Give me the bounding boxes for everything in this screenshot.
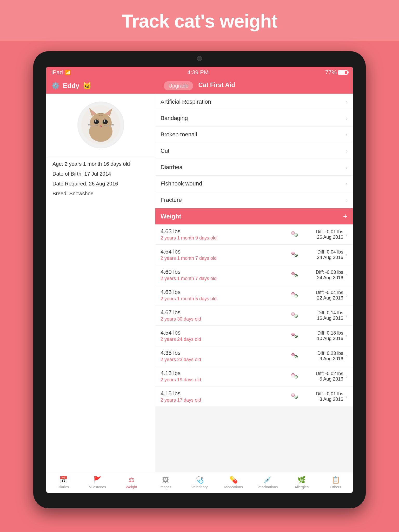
cat-age: Age: 2 years 1 month 16 days old [52, 159, 149, 169]
weight-item[interactable]: 4.67 lbs 2 years 30 days old Diff: 0.14 … [155, 305, 353, 326]
weight-items-container: 4.63 lbs 2 years 1 month 9 days old Diff… [155, 224, 353, 407]
weight-age: 2 years 24 days old [161, 337, 285, 342]
weight-value: 4.35 lbs [161, 350, 285, 356]
diaries-tab-icon: 📅 [59, 476, 68, 484]
weight-value: 4.63 lbs [161, 289, 285, 296]
weight-item-chevron: › [346, 272, 348, 278]
weight-item[interactable]: 4.60 lbs 2 years 1 month 7 days old Diff… [155, 265, 353, 285]
right-column: Artificial Respiration › Bandaging › Bro… [155, 94, 353, 472]
tab-medications[interactable]: 💊 Medcations [217, 472, 251, 493]
tab-veterinary[interactable]: 🩺 Veterinary [182, 472, 216, 493]
medications-tab-icon: 💊 [229, 476, 238, 484]
scale-icon [290, 250, 299, 260]
nav-bar: ⚙️ Eddy 🐱 Upgrade Cat First Aid [46, 78, 353, 94]
weight-age: 2 years 17 days old [161, 397, 285, 403]
upgrade-button[interactable]: Upgrade [164, 81, 193, 90]
weight-age: 2 years 1 month 7 days old [161, 276, 285, 281]
first-aid-item[interactable]: Diarrhea › [155, 159, 353, 176]
tab-milestones[interactable]: 🚩 Milestones [80, 472, 114, 493]
status-bar: iPad 📶 4:39 PM 77% [46, 67, 353, 78]
weight-item[interactable]: 4.13 lbs 2 years 19 days old Diff: -0.02… [155, 366, 353, 387]
status-left: iPad 📶 [51, 69, 71, 76]
tab-weight[interactable]: ⚖ Weight [114, 472, 148, 493]
first-aid-item[interactable]: Fishhook wound › [155, 176, 353, 192]
weight-item[interactable]: 4.15 lbs 2 years 17 days old Diff: -0.01… [155, 387, 353, 407]
add-weight-button[interactable]: + [343, 212, 348, 221]
weight-item-chevron: › [346, 292, 348, 298]
weight-item-right: Diff: -0.03 lbs 24 Aug 2016 [304, 270, 343, 281]
chevron-right-icon: › [346, 181, 348, 187]
svg-point-54 [296, 376, 297, 377]
diaries-tab-label: Diaries [58, 485, 69, 489]
weight-tab-icon: ⚖ [128, 476, 134, 484]
svg-point-22 [292, 253, 294, 254]
cat-breed: Breed: Snowshoe [52, 189, 149, 198]
weight-item-left: 4.67 lbs 2 years 30 days old [161, 309, 285, 322]
first-aid-item-text: Broken toenail [161, 131, 197, 138]
weight-item[interactable]: 4.35 lbs 2 years 23 days old Diff: 0.23 … [155, 346, 353, 366]
svg-point-32 [292, 293, 294, 294]
device-name: iPad [51, 69, 63, 76]
weight-item[interactable]: 4.63 lbs 2 years 1 month 5 days old Diff… [155, 285, 353, 305]
svg-point-59 [296, 397, 297, 398]
first-aid-item[interactable]: Cut › [155, 143, 353, 159]
gear-icon[interactable]: ⚙️ [51, 82, 60, 90]
weight-item-chevron: › [346, 394, 348, 400]
weight-item-right: Diff: 0.23 lbs 9 Aug 2016 [304, 351, 343, 362]
cat-image-svg [80, 104, 122, 146]
weight-diff: Diff: -0.01 lbs [304, 229, 343, 235]
first-aid-item-text: Cut [161, 148, 169, 154]
weight-item[interactable]: 4.54 lbs 2 years 24 days old Diff: 0.18 … [155, 326, 353, 346]
first-aid-item-text: Diarrhea [161, 164, 182, 171]
weight-date: 9 Aug 2016 [304, 356, 343, 362]
weight-age: 2 years 30 days old [161, 316, 285, 322]
weight-item-right: Diff: -0.01 lbs 26 Aug 2016 [304, 229, 343, 240]
tab-allergies[interactable]: 🌿 Allergies [285, 472, 319, 493]
svg-point-52 [292, 374, 294, 375]
weight-value: 4.64 lbs [161, 248, 285, 255]
weight-diff: Diff: -0.01 lbs [304, 391, 343, 397]
weight-item-right: Diff: 0.14 lbs 16 Aug 2016 [304, 310, 343, 321]
tab-vaccinations[interactable]: 💉 Vaccinations [251, 472, 285, 493]
scale-icon [290, 291, 299, 300]
weight-value: 4.63 lbs [161, 228, 285, 235]
tab-diaries[interactable]: 📅 Diaries [46, 472, 80, 493]
cat-dob: Date of Birth: 17 Jul 2014 [52, 169, 149, 179]
first-aid-item-text: Fracture [161, 197, 182, 203]
weight-value: 4.15 lbs [161, 390, 285, 397]
weight-section: Weight + 4.63 lbs 2 years 1 month 9 days… [155, 208, 353, 472]
first-aid-item[interactable]: Fracture › [155, 192, 353, 208]
first-aid-item[interactable]: Bandaging › [155, 110, 353, 127]
tab-others[interactable]: 📋 Others [319, 472, 353, 493]
weight-item-left: 4.63 lbs 2 years 1 month 5 days old [161, 289, 285, 302]
chevron-right-icon: › [346, 132, 348, 138]
tab-images[interactable]: 🖼 Images [148, 472, 182, 493]
weight-scale-icon-area [288, 372, 301, 381]
others-tab-icon: 📋 [331, 476, 340, 484]
weight-item-right: Diff: 0.18 lbs 10 Aug 2016 [304, 330, 343, 341]
first-aid-item[interactable]: Artificial Respiration › [155, 94, 353, 110]
banner-title: Track cat's weight [0, 10, 399, 32]
weight-item[interactable]: 4.63 lbs 2 years 1 month 9 days old Diff… [155, 224, 353, 245]
svg-point-47 [292, 354, 294, 355]
cat-face-icon: 🐱 [83, 82, 92, 90]
svg-point-27 [292, 273, 294, 274]
weight-item-chevron: › [346, 312, 348, 318]
weight-diff: Diff: 0.23 lbs [304, 351, 343, 356]
first-aid-item[interactable]: Broken toenail › [155, 127, 353, 143]
tablet-device: iPad 📶 4:39 PM 77% ⚙️ Eddy 🐱 Upgrade Cat… [33, 51, 366, 508]
chevron-right-icon: › [346, 148, 348, 154]
weight-section-title: Weight [161, 213, 181, 220]
weight-item-chevron: › [346, 252, 348, 258]
svg-point-24 [296, 255, 297, 256]
first-aid-item-text: Bandaging [161, 115, 188, 122]
weight-diff: Diff: 0.14 lbs [304, 310, 343, 316]
milestones-tab-icon: 🚩 [93, 476, 102, 484]
weight-item-left: 4.63 lbs 2 years 1 month 9 days old [161, 228, 285, 241]
chevron-right-icon: › [346, 164, 348, 170]
weight-item[interactable]: 4.64 lbs 2 years 1 month 7 days old Diff… [155, 245, 353, 265]
scale-icon [290, 372, 299, 381]
weight-date: 10 Aug 2016 [304, 336, 343, 341]
pet-name-label: Eddy [63, 82, 79, 90]
weight-age: 2 years 1 month 7 days old [161, 256, 285, 261]
